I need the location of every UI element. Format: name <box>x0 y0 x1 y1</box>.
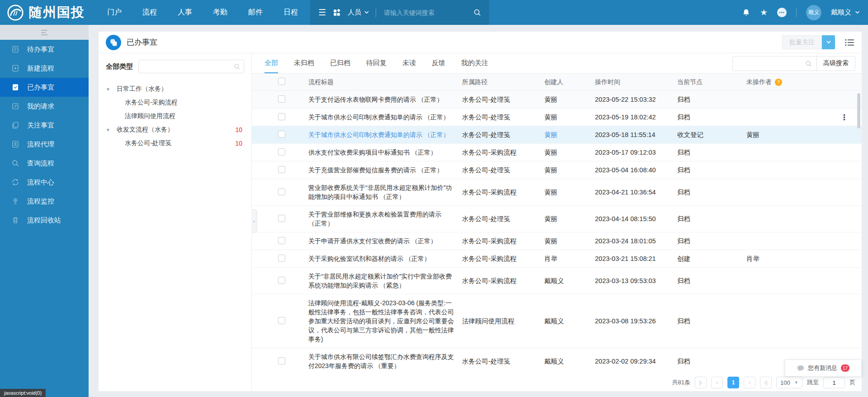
search-icon[interactable] <box>801 60 816 67</box>
tab-archived[interactable]: 已归档 <box>330 53 350 73</box>
advanced-search-button[interactable]: 高级搜索 <box>816 57 855 71</box>
first-page-button[interactable]: |‹ <box>695 377 707 388</box>
new-flow-icon <box>11 64 19 72</box>
tab-unread[interactable]: 未读 <box>402 53 416 73</box>
sidebar-item-todo[interactable]: 待办事宜 <box>0 40 89 59</box>
tree-node-daily-work[interactable]: ▼ 日常工作（水务） <box>106 82 244 96</box>
row-checkbox[interactable] <box>278 148 285 156</box>
table-row[interactable]: 供水支付宝收费采购项目中标通知书 （正常） 水务公司-采购流程 黄丽 2023-… <box>252 144 862 161</box>
tab-not-archived[interactable]: 未归档 <box>294 53 314 73</box>
table-row[interactable]: 关于充值营业部催费短信服务费的请示 （正常） 水务公司-处理笺 黄丽 2023-… <box>252 161 862 179</box>
tab-all[interactable]: 全部 <box>264 53 278 73</box>
row-checkbox[interactable] <box>278 317 285 324</box>
table-row-selected[interactable]: 关于城市供水公司印制水费通知单的请示 （正常） 水务公司-处理笺 黄丽 2023… <box>252 126 862 144</box>
row-title-link[interactable]: 营业部收费系统关于“非居民用水超定额累计加价”功能增加的项目中标通知书 （正常） <box>308 179 462 205</box>
select-all-checkbox[interactable] <box>278 78 285 85</box>
row-checkbox[interactable] <box>278 188 285 195</box>
row-checkbox[interactable] <box>278 215 285 222</box>
row-checkbox[interactable] <box>278 166 285 173</box>
new-message-toast[interactable]: 您有新消息 17 <box>785 359 862 377</box>
vertical-scrollbar-thumb[interactable] <box>857 93 860 128</box>
sidebar-item-new-flow[interactable]: 新建流程 <box>0 59 89 78</box>
row-title-link[interactable]: 关于城市供水公司印制水费通知单的请示 （正常） <box>308 109 462 126</box>
row-title-link[interactable]: 关于营业部维修和更换水表检验装置费用的请示 （正常） <box>308 206 462 232</box>
table-row[interactable]: 关于申请开通供水支付宝收费的请示 （正常） 水务公司-采购流程 黄丽 2023-… <box>252 232 862 250</box>
row-checkbox[interactable] <box>278 131 285 138</box>
search-icon[interactable] <box>473 9 481 16</box>
row-title-link[interactable]: 供水支付宝收费采购项目中标通知书 （正常） <box>308 144 462 161</box>
row-checkbox[interactable] <box>278 277 285 284</box>
row-title-link[interactable]: 关于申请开通供水支付宝收费的请示 （正常） <box>308 232 462 250</box>
tree-node-legal-counsel-flow[interactable]: 法律顾问使用流程 <box>106 109 244 123</box>
row-checkbox[interactable] <box>278 357 285 364</box>
row-checkbox[interactable] <box>278 237 285 244</box>
jump-page-input[interactable] <box>823 377 845 388</box>
last-page-button[interactable]: ›| <box>760 377 772 388</box>
topnav-item-hr[interactable]: 人事 <box>167 0 203 25</box>
bell-icon[interactable] <box>742 8 750 17</box>
row-actions-menu-icon[interactable]: ⋮ <box>840 113 848 122</box>
row-checkbox[interactable] <box>278 255 285 262</box>
row-checkbox[interactable] <box>278 113 285 120</box>
type-search-input[interactable] <box>142 63 234 71</box>
app-logo[interactable]: 随州国投 <box>0 4 97 22</box>
sidebar-collapse-button[interactable] <box>0 25 89 40</box>
caret-down-icon[interactable]: ▼ <box>106 87 117 92</box>
panel-collapse-handle[interactable]: ‹ <box>251 209 257 233</box>
prev-page-button[interactable]: ‹ <box>711 377 723 388</box>
row-title-link[interactable]: 关于采购化验室试剂和器材的请示 （正常） <box>308 250 462 267</box>
tree-node-document-flow[interactable]: ▼ 收发文流程（水务） 10 <box>106 123 244 137</box>
row-title-link[interactable]: 关于城市供水有限公司续签鄂汇办水费查询程序及支付2023年服务费的请示 （重要） <box>308 348 462 374</box>
tab-feedback[interactable]: 反馈 <box>432 53 445 73</box>
row-title-link[interactable]: 法律顾问使用流程-戴顺义-2023-03-06 (服务类型:一般性法律事务，包括… <box>308 294 462 348</box>
sidebar-item-monitor[interactable]: 流程监控 <box>0 192 89 211</box>
avatar[interactable]: 顺义 <box>806 5 821 20</box>
batch-follow-dropdown-button[interactable] <box>822 35 835 49</box>
batch-follow-button[interactable]: 批量关注 <box>782 35 822 49</box>
sidebar-item-delegate[interactable]: 流程代理 <box>0 135 89 154</box>
tab-awaiting-reply[interactable]: 待回复 <box>366 53 387 73</box>
list-view-icon[interactable] <box>845 38 854 47</box>
table-row[interactable]: 关于采购化验室试剂和器材的请示 （正常） 水务公司-采购流程 肖举 2023-0… <box>252 250 862 268</box>
sidebar-item-my-requests[interactable]: 我的请求 <box>0 97 89 116</box>
topnav-item-schedule[interactable]: 日程 <box>273 0 308 25</box>
topnav-item-workflow[interactable]: 流程 <box>132 0 167 25</box>
table-row[interactable]: 关于城市供水有限公司续签鄂汇办水费查询程序及支付2023年服务费的请示 （重要）… <box>252 348 862 374</box>
table-row[interactable]: 关于支付远传水表物联网卡费用的请示 （正常） 水务公司-处理笺 黄丽 2023-… <box>252 91 862 109</box>
table-row[interactable]: 关于“非居民用水超定额累计加价”实行中营业部收费系统功能增加的采购请示 （紧急）… <box>252 268 862 294</box>
row-title-link[interactable]: 关于“非居民用水超定额累计加价”实行中营业部收费系统功能增加的采购请示 （紧急） <box>308 268 462 294</box>
caret-down-icon[interactable]: ▼ <box>106 128 117 132</box>
help-icon[interactable]: ? <box>775 79 782 86</box>
row-checkbox[interactable] <box>278 95 285 103</box>
menu-icon[interactable]: ☰ <box>318 8 326 17</box>
sidebar-item-search-flow[interactable]: 查询流程 <box>0 154 89 173</box>
row-title-link[interactable]: 关于城市供水公司印制水费通知单的请示 （正常） <box>308 126 462 143</box>
global-search-input[interactable] <box>383 9 467 17</box>
sidebar-item-followed[interactable]: 关注事宜 <box>0 116 89 135</box>
topnav-item-mail[interactable]: 邮件 <box>238 0 273 25</box>
page-size-select[interactable]: 100 ▼ <box>776 377 802 388</box>
row-title-link[interactable]: 关于支付远传水表物联网卡费用的请示 （正常） <box>308 91 462 108</box>
list-search-input[interactable] <box>733 60 801 67</box>
tree-node-procurement-flow[interactable]: 水务公司-采购流程 <box>106 96 244 109</box>
topnav-item-attendance[interactable]: 考勤 <box>203 0 238 25</box>
sidebar-item-flow-center[interactable]: 流程中心 <box>0 173 89 192</box>
sidebar-item-recycle-bin[interactable]: 流程回收站 <box>0 211 89 230</box>
next-page-button[interactable]: › <box>744 377 755 388</box>
star-icon[interactable]: ★ <box>760 7 768 18</box>
current-page-button[interactable]: 1 <box>727 377 739 388</box>
tree-node-processing-memo[interactable]: 水务公司-处理笺 10 <box>106 137 244 150</box>
tab-my-follow[interactable]: 我的关注 <box>461 53 488 73</box>
table-row[interactable]: 关于城市供水公司印制水费通知单的请示 （正常） 水务公司-处理笺 黄丽 2023… <box>252 109 862 126</box>
search-icon[interactable] <box>234 63 240 70</box>
row-title-link[interactable]: 关于充值营业部催费短信服务费的请示 （正常） <box>308 161 462 179</box>
topnav-item-portal[interactable]: 门户 <box>97 0 132 25</box>
more-icon[interactable]: ••• <box>777 8 787 17</box>
apps-grid-icon[interactable] <box>333 9 341 17</box>
table-row[interactable]: 营业部收费系统关于“非居民用水超定额累计加价”功能增加的项目中标通知书 （正常）… <box>252 179 862 206</box>
sidebar-item-done[interactable]: 已办事宜 <box>0 78 89 97</box>
user-menu[interactable]: 戴顺义 <box>831 8 860 17</box>
table-row[interactable]: 关于营业部维修和更换水表检验装置费用的请示 （正常） 水务公司-处理笺 黄丽 2… <box>252 206 862 232</box>
table-row[interactable]: 法律顾问使用流程-戴顺义-2023-03-06 (服务类型:一般性法律事务，包括… <box>252 294 862 348</box>
search-scope-select[interactable]: 人员 <box>348 8 369 17</box>
